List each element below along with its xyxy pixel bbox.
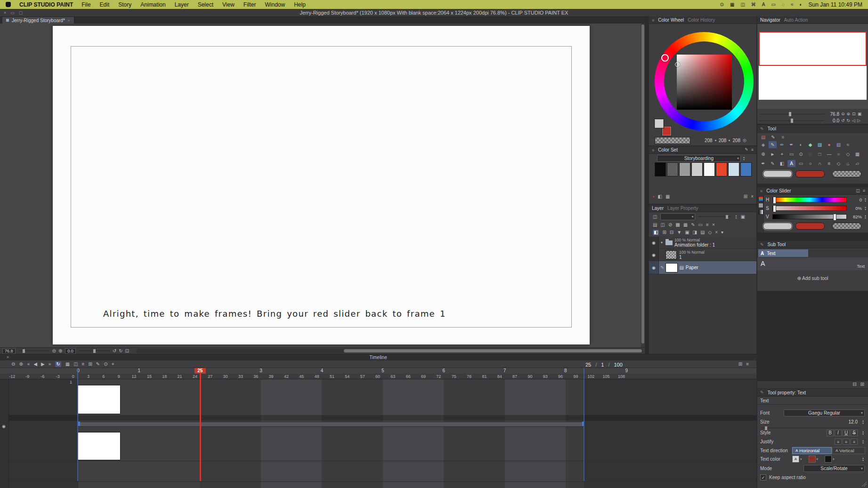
transparent-color-button[interactable]: [832, 223, 861, 230]
current-frame-badge[interactable]: 25: [195, 368, 206, 374]
display-icon[interactable]: ◫: [740, 2, 745, 7]
new-folder-icon[interactable]: ⊟: [670, 230, 673, 235]
ellipse-tool-icon[interactable]: ○: [806, 160, 814, 167]
menu-item[interactable]: Animation: [140, 1, 165, 8]
layer-row-animation-folder[interactable]: ◉ ▾ 100 % Normal Animation folder : 1: [649, 237, 756, 249]
nav-zoom-out-icon[interactable]: ⊖: [841, 112, 845, 116]
style-button[interactable]: S: [851, 430, 858, 436]
actual-size-icon[interactable]: ▣: [858, 112, 862, 116]
hue-ring-selector[interactable]: [661, 54, 669, 62]
timeline-menu-icon[interactable]: ≡: [746, 362, 749, 367]
menu-item[interactable]: Select: [198, 1, 213, 8]
navigator-rotation-value[interactable]: 0.0: [826, 118, 839, 123]
navigator-zoom-value[interactable]: 76.8: [826, 112, 839, 117]
blend-tool-icon[interactable]: ●: [825, 141, 833, 148]
loop-playback-icon[interactable]: ↻: [55, 361, 61, 367]
rgb-mode-icon[interactable]: [758, 196, 763, 201]
sub-color-button[interactable]: [795, 170, 825, 177]
timeline-playhead[interactable]: [200, 368, 201, 481]
frame-number[interactable]: 39: [269, 374, 274, 379]
frame-number[interactable]: 78: [467, 374, 471, 379]
current-color-chip[interactable]: ▪: [653, 194, 655, 199]
battery-icon[interactable]: ▭: [771, 2, 776, 7]
add-keyframe-icon[interactable]: +: [112, 362, 114, 367]
app-menu-title[interactable]: CLIP STUDIO PAINT: [19, 1, 73, 8]
canvas-viewport[interactable]: Alright, time to make frames! Bring your…: [0, 24, 645, 347]
panel-menu-icon[interactable]: ≡: [652, 18, 654, 23]
more-icon[interactable]: ▾: [721, 230, 723, 235]
cel-thumbnail-2[interactable]: [77, 432, 121, 460]
prev-frame-icon[interactable]: ◀: [33, 362, 37, 367]
ruler-tool-icon[interactable]: ≡: [825, 160, 833, 167]
color-swatch[interactable]: [704, 162, 715, 176]
curve-tool-icon[interactable]: ∩: [816, 160, 824, 167]
navigator-rotation-slider[interactable]: [759, 118, 824, 123]
panel-resize-grip[interactable]: [862, 482, 867, 487]
frame-number[interactable]: -9: [25, 374, 29, 379]
canvas-text[interactable]: Alright, time to make frames! Bring your…: [103, 309, 446, 319]
draft-layer-icon[interactable]: ✎: [691, 223, 695, 227]
frame-number[interactable]: 72: [436, 374, 441, 379]
minimize-window-icon[interactable]: ▭: [10, 10, 15, 15]
layer-name[interactable]: 1: [679, 255, 705, 260]
layer-visibility-eye-icon[interactable]: ◉: [652, 240, 656, 245]
sub-tool-group-text[interactable]: A Text: [758, 249, 808, 257]
value-value[interactable]: 82%: [849, 214, 862, 219]
frame-number[interactable]: 27: [208, 374, 212, 379]
eyedropper-tool-icon[interactable]: ⊙: [797, 151, 805, 158]
track-menu-icon[interactable]: ≡: [82, 362, 85, 367]
sv-selector[interactable]: [675, 62, 680, 67]
start-frame-value[interactable]: 1: [601, 362, 604, 368]
hue-slider[interactable]: [772, 197, 847, 202]
rotation-value[interactable]: 0.0: [65, 348, 76, 354]
tab-layer[interactable]: Layer: [652, 206, 664, 211]
correct-line-icon[interactable]: ✎: [769, 160, 777, 167]
frame-number[interactable]: 69: [421, 374, 426, 379]
cel-thumbnail-1[interactable]: [77, 385, 121, 414]
frame-number[interactable]: 18: [162, 374, 167, 379]
palette-icon[interactable]: ▤: [653, 223, 657, 227]
frame-number[interactable]: 42: [284, 374, 289, 379]
balloon-tool-icon[interactable]: ▭: [797, 160, 805, 167]
frame-number[interactable]: 93: [543, 374, 548, 379]
color-set-dropdown[interactable]: Storyboarding: [657, 155, 741, 162]
brush-tool-icon[interactable]: ✒: [787, 141, 795, 148]
reset-rotation-icon[interactable]: ▷: [857, 119, 860, 123]
tab-layer-property[interactable]: Layer Property: [667, 206, 698, 211]
timeline-seconds-ruler[interactable]: 013456789: [0, 368, 756, 374]
font-dropdown[interactable]: Gaegu Regular: [784, 409, 865, 416]
cel-duration-bar[interactable]: [78, 422, 584, 427]
frame-number[interactable]: -12: [9, 374, 15, 379]
canvas-horizontal-scrollbar[interactable]: [137, 349, 642, 353]
color-swatch[interactable]: [655, 162, 666, 176]
reset-view-icon[interactable]: ⊡: [125, 349, 129, 353]
grid-view-icon[interactable]: ▦: [665, 194, 670, 199]
go-to-start-icon[interactable]: «: [27, 362, 30, 367]
line-tool-icon[interactable]: ―: [825, 151, 833, 158]
zoom-slider[interactable]: [18, 349, 49, 353]
decoration-tool-icon[interactable]: ◆: [806, 141, 814, 148]
frame-number[interactable]: 15: [147, 374, 152, 379]
figure-tool-icon[interactable]: ◧: [778, 160, 786, 167]
frame-number[interactable]: 54: [345, 374, 349, 379]
airbrush-tool-icon[interactable]: ◐: [797, 141, 805, 148]
enable-timeline-icon[interactable]: ◧: [653, 230, 659, 235]
frame-number[interactable]: 45: [299, 374, 304, 379]
layer-thumbnail[interactable]: [665, 250, 677, 259]
sub-tool-text-glyph[interactable]: A: [761, 260, 765, 267]
menu-bar-clock[interactable]: Sun Jan 11 10:49 PM: [808, 1, 862, 8]
add-sub-tool-button[interactable]: ⊕ Add sub tool: [757, 276, 868, 281]
justify-button[interactable]: ≡: [835, 439, 842, 445]
timeline-tracks-area[interactable]: ◉ 1: [0, 379, 756, 488]
folder-expand-icon[interactable]: ▾: [661, 241, 663, 245]
frame-number[interactable]: 81: [482, 374, 487, 379]
edit-color-set-icon[interactable]: ✎: [745, 148, 748, 152]
close-window-icon[interactable]: ×: [4, 10, 6, 15]
frame-number[interactable]: 105: [603, 374, 610, 379]
frame-number[interactable]: 3: [87, 374, 89, 379]
layer-row-cel-1[interactable]: ◉ 100 % Normal 1: [649, 249, 756, 261]
main-color-swatch[interactable]: [655, 119, 664, 128]
frame-number[interactable]: 60: [375, 374, 380, 379]
color-swatch[interactable]: [728, 162, 739, 176]
zoom-tool-icon[interactable]: ⊕: [759, 151, 767, 158]
